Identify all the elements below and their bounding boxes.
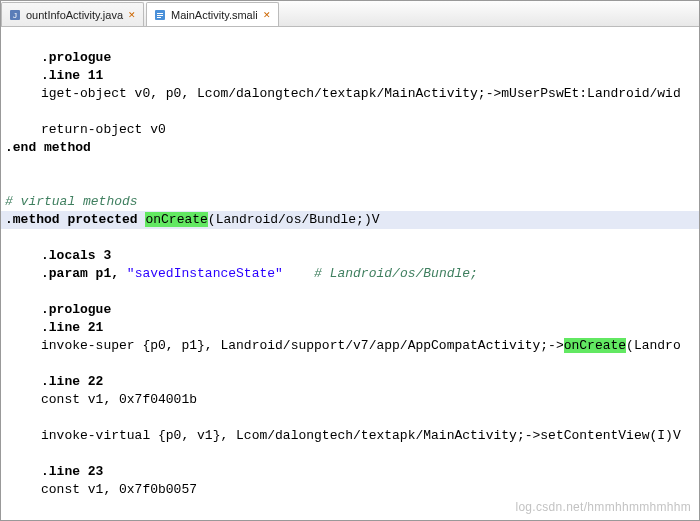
smali-file-icon xyxy=(153,8,167,22)
code-line: invoke-virtual {p0, v1}, Lcom/dalongtech… xyxy=(1,428,681,443)
code-line: iget-object v0, p0, Lcom/dalongtech/text… xyxy=(1,86,681,101)
java-file-icon: J xyxy=(8,8,22,22)
code-line: invoke-super {p0, p1}, Landroid/support/… xyxy=(1,338,681,353)
code-line-blank xyxy=(1,104,5,119)
code-line-blank xyxy=(1,284,5,299)
code-editor[interactable]: .prologue .line 11 iget-object v0, p0, L… xyxy=(1,27,699,521)
code-line-highlighted: .method protected onCreate(Landroid/os/B… xyxy=(1,211,699,229)
code-line: .param p1, "savedInstanceState" # Landro… xyxy=(1,266,478,281)
code-line: .end method xyxy=(1,140,91,155)
tab-bar: J ountInfoActivity.java ✕ MainActivity.s… xyxy=(1,1,699,27)
code-line: const v1, 0x7f04001b xyxy=(1,392,197,407)
code-line-comment: # virtual methods xyxy=(1,194,138,209)
code-line: .line 11 xyxy=(1,68,103,83)
svg-rect-3 xyxy=(157,13,163,14)
tab-label: MainActivity.smali xyxy=(171,9,258,21)
highlight-oncreate: onCreate xyxy=(145,212,207,227)
code-line-blank xyxy=(1,410,5,425)
svg-text:J: J xyxy=(13,11,17,20)
tab-mainactivity[interactable]: MainActivity.smali ✕ xyxy=(146,2,279,26)
code-line-blank xyxy=(1,446,5,461)
code-line: .line 21 xyxy=(1,320,103,335)
svg-rect-4 xyxy=(157,15,163,16)
tab-ountinfoactivity[interactable]: J ountInfoActivity.java ✕ xyxy=(1,2,144,26)
code-line-blank xyxy=(1,176,5,191)
code-line-blank xyxy=(1,158,5,173)
code-line: const v1, 0x7f0b0057 xyxy=(1,482,197,497)
highlight-oncreate: onCreate xyxy=(564,338,626,353)
tab-label: ountInfoActivity.java xyxy=(26,9,123,21)
close-icon[interactable]: ✕ xyxy=(127,10,137,20)
code-line-blank xyxy=(1,500,5,515)
code-line: .line 23 xyxy=(1,464,103,479)
code-line: .prologue xyxy=(1,50,111,65)
svg-rect-5 xyxy=(157,17,161,18)
code-line: .line 22 xyxy=(1,374,103,389)
code-line: return-object v0 xyxy=(1,122,166,137)
close-icon[interactable]: ✕ xyxy=(262,10,272,20)
code-line: .locals 3 xyxy=(1,248,111,263)
code-line-blank xyxy=(1,356,5,371)
code-line: .prologue xyxy=(1,302,111,317)
